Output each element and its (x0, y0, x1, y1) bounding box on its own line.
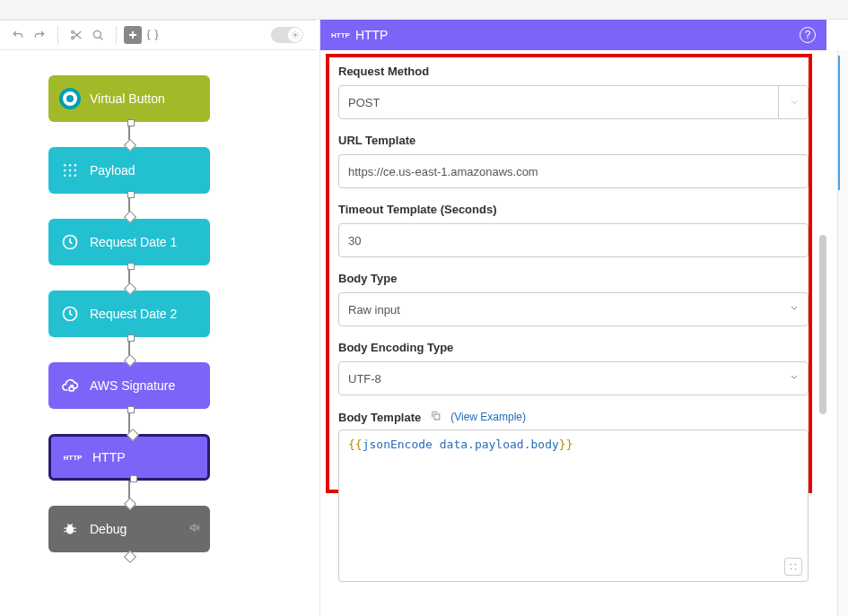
node-label: Payload (90, 163, 136, 178)
port-out[interactable] (127, 406, 135, 413)
svg-point-18 (791, 564, 791, 565)
node-label: Debug (90, 522, 127, 536)
timeout-label: Timeout Template (Seconds) (338, 203, 809, 216)
svg-point-19 (795, 564, 796, 565)
port-in[interactable] (124, 139, 136, 152)
svg-point-7 (64, 169, 66, 172)
svg-point-4 (64, 164, 66, 167)
request-method-group: Request Method POST (338, 65, 809, 119)
svg-point-12 (74, 175, 77, 178)
port-in[interactable] (124, 354, 136, 367)
toolbar-divider (57, 26, 58, 44)
http-tag-icon: HTTP (331, 31, 350, 39)
request-method-select[interactable]: POST (338, 85, 809, 119)
port-out[interactable] (127, 191, 135, 198)
sound-icon (188, 522, 201, 537)
svg-point-11 (69, 175, 72, 178)
window-top-strip (0, 0, 848, 20)
svg-point-5 (69, 164, 72, 167)
body-encoding-value: UTF-8 (348, 372, 381, 386)
svg-point-21 (795, 568, 796, 569)
mode-toggle[interactable] (271, 27, 303, 43)
body-type-group: Body Type Raw input (338, 272, 809, 326)
svg-rect-15 (69, 387, 74, 391)
node-label: Request Date 1 (90, 235, 177, 249)
body-template-editor[interactable]: {{jsonEncode data.payload.body}} (338, 429, 809, 582)
url-template-input[interactable] (338, 154, 809, 188)
panel-body: Request Method POST URL Template Timeout… (320, 50, 826, 616)
code-identifier: jsonEncode data.payload.body (363, 438, 559, 451)
port-out[interactable] (127, 334, 135, 342)
node-request-date-2[interactable]: Request Date 2 (48, 291, 210, 337)
port-in[interactable] (124, 498, 136, 510)
grid-icon (59, 160, 81, 181)
node-request-date-1[interactable]: Request Date 1 (48, 219, 210, 265)
body-type-select[interactable]: Raw input (338, 292, 809, 326)
cut-button[interactable] (66, 24, 87, 46)
port-out[interactable] (127, 263, 135, 270)
body-type-value: Raw input (348, 303, 400, 317)
chevron-down-icon (789, 303, 800, 317)
request-method-label: Request Method (338, 65, 809, 78)
body-type-label: Body Type (338, 272, 809, 285)
node-aws-signature[interactable]: AWS Signature (48, 362, 210, 409)
workflow-canvas[interactable]: Virtual Button Payload Request Date 1 (0, 50, 316, 616)
expand-button[interactable] (784, 558, 802, 576)
svg-point-0 (72, 30, 74, 33)
timeout-group: Timeout Template (Seconds) (338, 203, 809, 257)
gear-icon (288, 28, 302, 42)
svg-point-9 (74, 169, 77, 172)
node-payload[interactable]: Payload (48, 147, 210, 194)
panel-title: HTTP (355, 28, 389, 42)
panel-scrollbar[interactable] (819, 235, 826, 414)
timeout-input[interactable] (338, 223, 809, 257)
node-debug[interactable]: Debug (48, 506, 210, 552)
port-out[interactable] (127, 119, 135, 126)
view-example-link[interactable]: (View Example) (450, 411, 526, 423)
body-encoding-label: Body Encoding Type (338, 341, 809, 354)
clock-icon (59, 303, 81, 325)
http-config-panel: HTTP HTTP ? Request Method POST URL Temp… (319, 20, 826, 616)
svg-point-8 (69, 169, 72, 172)
cloud-lock-icon (59, 375, 81, 396)
undo-button[interactable] (7, 24, 29, 46)
node-virtual-button[interactable]: Virtual Button (48, 75, 210, 122)
chevron-down-icon (789, 372, 800, 386)
help-button[interactable]: ? (800, 27, 816, 43)
svg-point-16 (66, 525, 74, 534)
canvas-toolbar (0, 20, 316, 50)
body-encoding-select[interactable]: UTF-8 (338, 361, 809, 395)
code-brace-open: {{ (348, 438, 363, 451)
node-label: AWS Signature (90, 378, 175, 393)
svg-point-6 (74, 164, 77, 167)
zoom-button[interactable] (87, 24, 109, 46)
node-label: Virtual Button (90, 91, 165, 106)
copy-button[interactable] (430, 410, 441, 424)
redo-button[interactable] (29, 24, 50, 46)
right-rail-tab[interactable] (838, 56, 848, 190)
svg-point-2 (93, 30, 101, 38)
port-out-diamond[interactable] (124, 551, 136, 563)
svg-rect-17 (434, 414, 440, 420)
chevron-down-icon (778, 85, 809, 119)
svg-point-3 (294, 34, 297, 37)
http-icon: HTTP (62, 447, 83, 468)
virtual-button-icon (59, 88, 81, 109)
node-http[interactable]: HTTP HTTP (48, 434, 210, 481)
body-encoding-group: Body Encoding Type UTF-8 (338, 341, 809, 395)
url-template-group: URL Template (338, 134, 809, 188)
toolbar-divider (116, 26, 117, 44)
port-out[interactable] (130, 475, 137, 482)
body-template-label: Body Template (338, 411, 421, 424)
panel-header: HTTP HTTP ? (320, 20, 826, 50)
add-node-button[interactable] (124, 26, 142, 44)
body-template-group: Body Template (View Example) {{jsonEncod… (338, 410, 809, 582)
workflow-flow: Virtual Button Payload Request Date 1 (48, 75, 210, 577)
code-braces-button[interactable] (142, 24, 163, 46)
node-label: HTTP (92, 450, 126, 464)
node-label: Request Date 2 (90, 307, 177, 321)
port-in[interactable] (124, 282, 136, 295)
port-in[interactable] (124, 211, 136, 223)
url-template-label: URL Template (338, 134, 809, 147)
svg-point-1 (72, 37, 74, 39)
